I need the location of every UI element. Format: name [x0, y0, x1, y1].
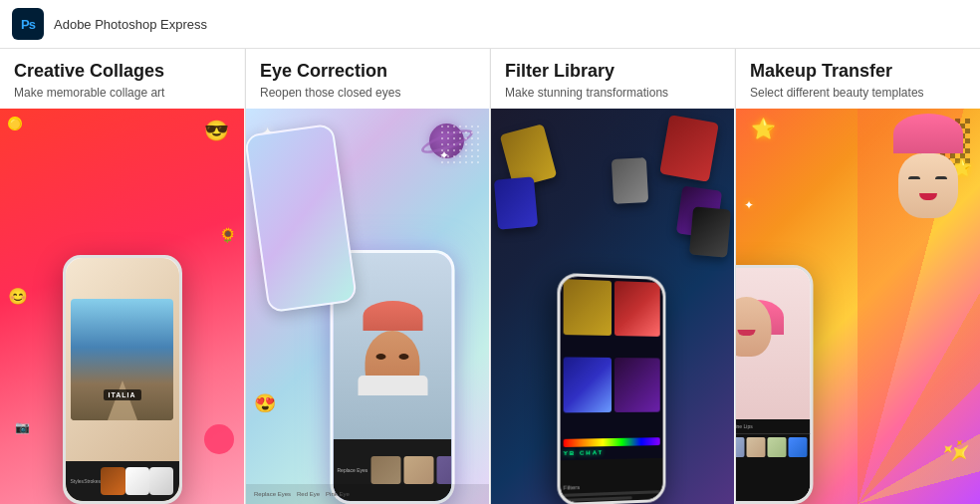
phone-floating-inner — [246, 126, 356, 311]
tab-red-eye[interactable]: Red Eye — [297, 491, 320, 497]
star-3: ✦ — [744, 198, 754, 212]
filter-thumb-4[interactable] — [613, 358, 659, 412]
filter-thumb-3[interactable] — [564, 357, 612, 412]
eye-thumb-c[interactable] — [436, 456, 451, 484]
yb-chat-label: YB CHAT — [564, 448, 660, 456]
feature-image-4: ⭐ ⭐ ✦ — [736, 109, 980, 504]
emoji-smiley-1: 😊 — [8, 287, 28, 306]
feature-subtitle-1: Make memorable collage art — [14, 86, 230, 102]
phone-mockup-1: ITALIA Styles Strokes — [63, 255, 182, 504]
filter-bar-1 — [564, 490, 660, 497]
person-container — [356, 296, 430, 395]
face-outside — [890, 114, 965, 213]
flying-card-5 — [612, 157, 648, 204]
feature-subtitle-4: Select different beauty templates — [750, 86, 966, 102]
person-makeup — [736, 297, 791, 391]
panel-eye-correction: Eye Correction Reopen those closed eyes … — [245, 49, 490, 504]
filter-bottom-tools: Filters — [561, 458, 663, 504]
thumb-3[interactable] — [149, 467, 173, 495]
panel-filter-library: Filter Library Make stunning transformat… — [490, 49, 735, 504]
feature-image-1: 🟡 😎 😊 🌻 📷 ITALIA — [0, 109, 244, 504]
app-title: Adobe Photoshop Express — [54, 17, 207, 32]
style-label: Styles — [71, 478, 85, 484]
emoji-camera: 📷 — [15, 420, 30, 434]
grid-pattern — [439, 124, 479, 163]
yellow-dot-1: 🟡 — [8, 117, 22, 130]
top-bar: Ps Adobe Photoshop Express — [0, 0, 980, 49]
phone-screen-3: YB CHAT Filters — [561, 276, 663, 503]
person-hair-2 — [363, 301, 422, 331]
filter-thumb-2[interactable] — [613, 281, 659, 337]
thumb-2[interactable] — [125, 467, 149, 495]
feature-title-2: Eye Correction — [260, 61, 475, 83]
star-1: ⭐ — [751, 117, 776, 140]
stroke-label: Strokes — [84, 478, 101, 484]
eye-thumb-b[interactable] — [403, 456, 433, 484]
filter-bar-2 — [564, 496, 632, 502]
tab-pink-eye[interactable]: Pink Eye — [326, 491, 350, 497]
emoji-sunglasses-1: 😎 — [204, 119, 229, 142]
phone-mockup-4: Lips Refine Lips — [736, 265, 814, 504]
feature-header-1: Creative Collages Make memorable collage… — [0, 49, 244, 109]
ps-icon[interactable]: Ps — [12, 8, 44, 40]
makeup-thumb-5[interactable] — [789, 437, 808, 457]
flying-card-2 — [659, 115, 719, 182]
makeup-thumb-4[interactable] — [768, 437, 787, 457]
feature-header-2: Eye Correction Reopen those closed eyes — [246, 49, 489, 109]
face-outside-skin — [898, 153, 958, 218]
filter-grid-screen — [561, 276, 663, 435]
makeup-thumbs-row — [736, 434, 811, 501]
feature-subtitle-3: Make stunning transformations — [505, 86, 720, 102]
eye-tab-bar: Replace Eyes Red Eye Pink Eye — [246, 484, 489, 504]
collage-main-1: ITALIA — [66, 258, 179, 461]
replace-eyes-text: Replace Eyes — [338, 467, 368, 473]
phone-floating — [246, 124, 358, 314]
feature-header-4: Makeup Transfer Select different beauty … — [736, 49, 980, 109]
feature-title-1: Creative Collages — [14, 61, 230, 83]
filter-label-text: Filters — [564, 481, 660, 490]
emoji-circle — [204, 424, 234, 454]
thumb-1[interactable] — [101, 467, 124, 495]
person-hoodie-2 — [358, 376, 427, 395]
color-bars-area: YB CHAT — [561, 433, 663, 460]
color-bar-1 — [564, 437, 660, 447]
tab-replace-eyes[interactable]: Replace Eyes — [254, 491, 291, 497]
feature-title-3: Filter Library — [505, 61, 720, 83]
panel-makeup-transfer: Makeup Transfer Select different beauty … — [735, 49, 980, 504]
makeup-face-area — [736, 268, 811, 419]
panel2-emoji: 😍 — [254, 392, 276, 414]
makeup-thumb-3[interactable] — [747, 437, 766, 457]
makeup-tabs-bar: Lips Refine Lips — [736, 419, 811, 434]
filter-thumb-1[interactable] — [564, 279, 612, 336]
features-grid: Creative Collages Make memorable collage… — [0, 49, 980, 504]
phone-screen-1: ITALIA Styles Strokes — [66, 258, 179, 501]
refine-lips-tab[interactable]: Refine Lips — [736, 422, 756, 431]
flying-card-6 — [689, 207, 731, 258]
phone-mockup-3: YB CHAT Filters — [557, 273, 665, 504]
italia-label: ITALIA — [103, 389, 140, 400]
makeup-thumb-2[interactable] — [736, 437, 745, 457]
feature-image-3: YB CHAT Filters — [491, 109, 734, 504]
feature-image-2: ✦ ✦ ✦ ✦ — [246, 109, 489, 504]
feature-header-3: Filter Library Make stunning transformat… — [491, 49, 734, 109]
emoji-sunflower: 🌻 — [219, 227, 236, 243]
flying-card-3 — [494, 177, 538, 230]
makeup-bottom-bar: Lips Refine Lips — [736, 419, 811, 501]
panel-creative-collages: Creative Collages Make memorable collage… — [0, 49, 245, 504]
feature-subtitle-2: Reopen those closed eyes — [260, 86, 475, 102]
pink-hair-outside — [893, 114, 963, 153]
phone-screen-4: Lips Refine Lips — [736, 268, 811, 501]
eye-thumb-a[interactable] — [370, 456, 400, 484]
feature-title-4: Makeup Transfer — [750, 61, 966, 83]
collage-toolbar: Styles Strokes — [66, 461, 179, 501]
